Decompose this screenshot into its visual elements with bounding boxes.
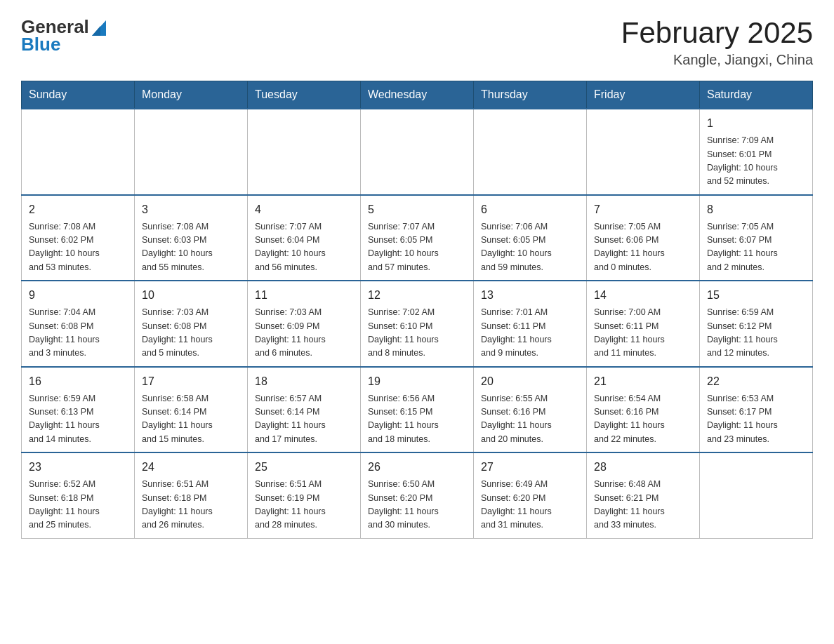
day-number: 13 bbox=[481, 287, 579, 304]
col-thursday: Thursday bbox=[474, 81, 587, 109]
calendar-table: Sunday Monday Tuesday Wednesday Thursday… bbox=[21, 81, 813, 539]
day-number: 21 bbox=[594, 373, 692, 390]
day-info: Sunrise: 6:51 AM Sunset: 6:18 PM Dayligh… bbox=[142, 478, 240, 532]
day-info: Sunrise: 6:51 AM Sunset: 6:19 PM Dayligh… bbox=[255, 478, 353, 532]
week-row-2: 2Sunrise: 7:08 AM Sunset: 6:02 PM Daylig… bbox=[22, 195, 813, 281]
day-number: 11 bbox=[255, 287, 353, 304]
day-number: 12 bbox=[368, 287, 466, 304]
day-number: 26 bbox=[368, 459, 466, 476]
day-number: 15 bbox=[707, 287, 805, 304]
table-row: 2Sunrise: 7:08 AM Sunset: 6:02 PM Daylig… bbox=[22, 195, 135, 281]
calendar-header-row: Sunday Monday Tuesday Wednesday Thursday… bbox=[22, 81, 813, 109]
day-number: 18 bbox=[255, 373, 353, 390]
col-sunday: Sunday bbox=[22, 81, 135, 109]
day-info: Sunrise: 7:03 AM Sunset: 6:08 PM Dayligh… bbox=[142, 306, 240, 361]
day-info: Sunrise: 7:07 AM Sunset: 6:05 PM Dayligh… bbox=[368, 220, 466, 275]
table-row: 10Sunrise: 7:03 AM Sunset: 6:08 PM Dayli… bbox=[135, 281, 248, 367]
day-info: Sunrise: 7:01 AM Sunset: 6:11 PM Dayligh… bbox=[481, 306, 579, 361]
week-row-4: 16Sunrise: 6:59 AM Sunset: 6:13 PM Dayli… bbox=[22, 367, 813, 453]
day-number: 20 bbox=[481, 373, 579, 390]
day-info: Sunrise: 7:02 AM Sunset: 6:10 PM Dayligh… bbox=[368, 306, 466, 361]
day-info: Sunrise: 6:55 AM Sunset: 6:16 PM Dayligh… bbox=[481, 392, 579, 447]
day-info: Sunrise: 7:05 AM Sunset: 6:06 PM Dayligh… bbox=[594, 220, 692, 275]
day-number: 5 bbox=[368, 201, 466, 218]
col-friday: Friday bbox=[587, 81, 700, 109]
day-number: 2 bbox=[29, 201, 127, 218]
day-number: 22 bbox=[707, 373, 805, 390]
col-monday: Monday bbox=[135, 81, 248, 109]
day-info: Sunrise: 7:00 AM Sunset: 6:11 PM Dayligh… bbox=[594, 306, 692, 361]
table-row: 17Sunrise: 6:58 AM Sunset: 6:14 PM Dayli… bbox=[135, 367, 248, 453]
table-row bbox=[587, 109, 700, 195]
day-info: Sunrise: 6:53 AM Sunset: 6:17 PM Dayligh… bbox=[707, 392, 805, 447]
day-number: 9 bbox=[29, 287, 127, 304]
day-info: Sunrise: 7:09 AM Sunset: 6:01 PM Dayligh… bbox=[707, 134, 805, 189]
day-number: 17 bbox=[142, 373, 240, 390]
table-row: 6Sunrise: 7:06 AM Sunset: 6:05 PM Daylig… bbox=[474, 195, 587, 281]
day-number: 3 bbox=[142, 201, 240, 218]
table-row: 26Sunrise: 6:50 AM Sunset: 6:20 PM Dayli… bbox=[361, 452, 474, 538]
table-row: 21Sunrise: 6:54 AM Sunset: 6:16 PM Dayli… bbox=[587, 367, 700, 453]
table-row bbox=[474, 109, 587, 195]
table-row: 22Sunrise: 6:53 AM Sunset: 6:17 PM Dayli… bbox=[700, 367, 813, 453]
day-info: Sunrise: 7:08 AM Sunset: 6:02 PM Dayligh… bbox=[29, 220, 127, 275]
day-info: Sunrise: 6:50 AM Sunset: 6:20 PM Dayligh… bbox=[368, 478, 466, 532]
table-row bbox=[135, 109, 248, 195]
table-row: 4Sunrise: 7:07 AM Sunset: 6:04 PM Daylig… bbox=[248, 195, 361, 281]
table-row: 13Sunrise: 7:01 AM Sunset: 6:11 PM Dayli… bbox=[474, 281, 587, 367]
table-row: 15Sunrise: 6:59 AM Sunset: 6:12 PM Dayli… bbox=[700, 281, 813, 367]
day-info: Sunrise: 6:54 AM Sunset: 6:16 PM Dayligh… bbox=[594, 392, 692, 447]
week-row-5: 23Sunrise: 6:52 AM Sunset: 6:18 PM Dayli… bbox=[22, 452, 813, 538]
day-number: 8 bbox=[707, 201, 805, 218]
day-number: 24 bbox=[142, 459, 240, 476]
day-info: Sunrise: 6:57 AM Sunset: 6:14 PM Dayligh… bbox=[255, 392, 353, 447]
day-info: Sunrise: 7:06 AM Sunset: 6:05 PM Dayligh… bbox=[481, 220, 579, 275]
table-row bbox=[700, 452, 813, 538]
col-wednesday: Wednesday bbox=[361, 81, 474, 109]
day-info: Sunrise: 6:56 AM Sunset: 6:15 PM Dayligh… bbox=[368, 392, 466, 447]
day-number: 10 bbox=[142, 287, 240, 304]
day-number: 28 bbox=[594, 459, 692, 476]
table-row: 23Sunrise: 6:52 AM Sunset: 6:18 PM Dayli… bbox=[22, 452, 135, 538]
table-row bbox=[22, 109, 135, 195]
day-info: Sunrise: 7:03 AM Sunset: 6:09 PM Dayligh… bbox=[255, 306, 353, 361]
month-title: February 2025 bbox=[621, 17, 813, 49]
day-number: 4 bbox=[255, 201, 353, 218]
location-title: Kangle, Jiangxi, China bbox=[621, 52, 813, 68]
day-info: Sunrise: 7:08 AM Sunset: 6:03 PM Dayligh… bbox=[142, 220, 240, 275]
table-row: 27Sunrise: 6:49 AM Sunset: 6:20 PM Dayli… bbox=[474, 452, 587, 538]
table-row bbox=[248, 109, 361, 195]
table-row: 18Sunrise: 6:57 AM Sunset: 6:14 PM Dayli… bbox=[248, 367, 361, 453]
table-row: 24Sunrise: 6:51 AM Sunset: 6:18 PM Dayli… bbox=[135, 452, 248, 538]
day-info: Sunrise: 7:05 AM Sunset: 6:07 PM Dayligh… bbox=[707, 220, 805, 275]
table-row: 8Sunrise: 7:05 AM Sunset: 6:07 PM Daylig… bbox=[700, 195, 813, 281]
logo-blue-text: Blue bbox=[21, 34, 106, 55]
table-row: 20Sunrise: 6:55 AM Sunset: 6:16 PM Dayli… bbox=[474, 367, 587, 453]
logo-combined: General Blue bbox=[21, 17, 106, 54]
table-row: 14Sunrise: 7:00 AM Sunset: 6:11 PM Dayli… bbox=[587, 281, 700, 367]
day-info: Sunrise: 6:59 AM Sunset: 6:13 PM Dayligh… bbox=[29, 392, 127, 447]
day-info: Sunrise: 7:04 AM Sunset: 6:08 PM Dayligh… bbox=[29, 306, 127, 361]
day-number: 27 bbox=[481, 459, 579, 476]
title-section: February 2025 Kangle, Jiangxi, China bbox=[621, 17, 813, 68]
table-row bbox=[361, 109, 474, 195]
week-row-1: 1Sunrise: 7:09 AM Sunset: 6:01 PM Daylig… bbox=[22, 109, 813, 195]
day-number: 14 bbox=[594, 287, 692, 304]
table-row: 25Sunrise: 6:51 AM Sunset: 6:19 PM Dayli… bbox=[248, 452, 361, 538]
page-header: General Blue February 2025 Kangle, Jiang… bbox=[21, 17, 813, 68]
table-row: 3Sunrise: 7:08 AM Sunset: 6:03 PM Daylig… bbox=[135, 195, 248, 281]
table-row: 9Sunrise: 7:04 AM Sunset: 6:08 PM Daylig… bbox=[22, 281, 135, 367]
col-tuesday: Tuesday bbox=[248, 81, 361, 109]
table-row: 1Sunrise: 7:09 AM Sunset: 6:01 PM Daylig… bbox=[700, 109, 813, 195]
day-number: 19 bbox=[368, 373, 466, 390]
day-info: Sunrise: 6:58 AM Sunset: 6:14 PM Dayligh… bbox=[142, 392, 240, 447]
table-row: 11Sunrise: 7:03 AM Sunset: 6:09 PM Dayli… bbox=[248, 281, 361, 367]
table-row: 5Sunrise: 7:07 AM Sunset: 6:05 PM Daylig… bbox=[361, 195, 474, 281]
table-row: 19Sunrise: 6:56 AM Sunset: 6:15 PM Dayli… bbox=[361, 367, 474, 453]
day-info: Sunrise: 6:49 AM Sunset: 6:20 PM Dayligh… bbox=[481, 478, 579, 532]
table-row: 28Sunrise: 6:48 AM Sunset: 6:21 PM Dayli… bbox=[587, 452, 700, 538]
col-saturday: Saturday bbox=[700, 81, 813, 109]
day-info: Sunrise: 6:48 AM Sunset: 6:21 PM Dayligh… bbox=[594, 478, 692, 532]
table-row: 16Sunrise: 6:59 AM Sunset: 6:13 PM Dayli… bbox=[22, 367, 135, 453]
table-row: 7Sunrise: 7:05 AM Sunset: 6:06 PM Daylig… bbox=[587, 195, 700, 281]
